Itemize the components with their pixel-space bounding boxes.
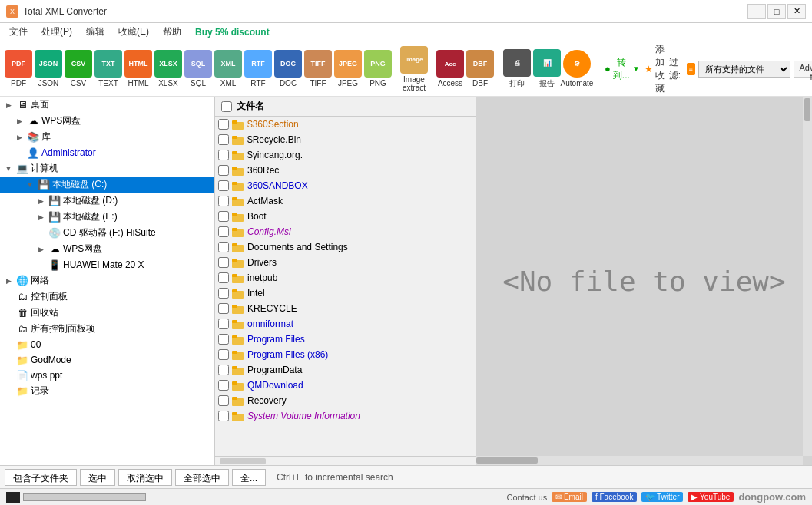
email-social-button[interactable]: ✉ Email bbox=[552, 492, 587, 502]
file-checkbox[interactable] bbox=[218, 319, 229, 329]
file-row[interactable]: $Recycle.Bin bbox=[215, 132, 476, 147]
tree-item-huawei[interactable]: 📱HUAWEI Mate 20 X bbox=[0, 257, 214, 272]
select-button[interactable]: 选中 bbox=[80, 469, 115, 486]
convert-png-button[interactable]: PNG PNG bbox=[364, 48, 392, 89]
menu-edit[interactable]: 编辑 bbox=[80, 24, 111, 40]
preview-hscroll-thumb[interactable] bbox=[476, 457, 538, 464]
tree-toggle-wpsppt[interactable] bbox=[3, 370, 14, 381]
tree-item-godmode[interactable]: 📁GodMode bbox=[0, 352, 214, 368]
file-checkbox[interactable] bbox=[218, 165, 229, 176]
file-checkbox[interactable] bbox=[218, 411, 229, 421]
convert-pdf-button[interactable]: PDF PDF bbox=[5, 48, 32, 89]
tree-toggle-local-d[interactable]: ▶ bbox=[35, 196, 46, 206]
advanced-filter-button[interactable]: Advanced filter bbox=[794, 61, 812, 78]
tree-toggle-local-e[interactable]: ▶ bbox=[35, 212, 46, 223]
report-button[interactable]: 📊 报告 bbox=[533, 48, 561, 91]
file-row[interactable]: 360Rec bbox=[215, 163, 476, 178]
tree-toggle-wps-cloud2[interactable]: ▶ bbox=[35, 244, 46, 255]
tree-item-computer[interactable]: ▼💻计算机 bbox=[0, 160, 214, 177]
convert-sql-button[interactable]: SQL SQL bbox=[184, 48, 212, 89]
close-button[interactable]: ✕ bbox=[787, 4, 806, 19]
tree-item-network[interactable]: ▶🌐网络 bbox=[0, 272, 214, 289]
file-row[interactable]: $360Section bbox=[215, 117, 476, 132]
tree-item-library[interactable]: ▶📚库 bbox=[0, 129, 214, 145]
print-button[interactable]: 🖨 打印 bbox=[503, 48, 531, 91]
youtube-social-button[interactable]: ▶ YouTube bbox=[688, 492, 734, 502]
menu-favorites[interactable]: 收藏(E) bbox=[112, 24, 155, 40]
file-checkbox[interactable] bbox=[218, 380, 229, 391]
tree-toggle-records[interactable] bbox=[3, 386, 14, 397]
file-row[interactable]: ActMask bbox=[215, 193, 476, 209]
file-row[interactable]: QMDownload bbox=[215, 378, 476, 393]
select-all-checkbox[interactable] bbox=[221, 101, 232, 112]
file-row[interactable]: Program Files (x86) bbox=[215, 347, 476, 362]
tree-item-desktop[interactable]: ▶🖥桌面 bbox=[0, 97, 214, 113]
file-checkbox[interactable] bbox=[218, 395, 229, 406]
tree-toggle-library[interactable]: ▶ bbox=[14, 132, 25, 143]
goto-button[interactable]: ● 转到... ▼ bbox=[605, 56, 640, 82]
preview-hscrollbar[interactable] bbox=[476, 456, 803, 465]
file-row[interactable]: ProgramData bbox=[215, 362, 476, 378]
file-row[interactable]: Program Files bbox=[215, 332, 476, 347]
file-row[interactable]: Recovery bbox=[215, 393, 476, 408]
tree-item-all-control[interactable]: 🗂所有控制面板项 bbox=[0, 321, 214, 337]
file-row[interactable]: 360SANDBOX bbox=[215, 178, 476, 193]
tree-toggle-desktop[interactable]: ▶ bbox=[3, 100, 14, 111]
file-checkbox[interactable] bbox=[218, 349, 229, 360]
file-checkbox[interactable] bbox=[218, 226, 229, 237]
tree-item-recycle[interactable]: 🗑回收站 bbox=[0, 305, 214, 321]
file-row[interactable]: omniformat bbox=[215, 316, 476, 332]
file-row[interactable]: Intel bbox=[215, 286, 476, 301]
convert-xml-button[interactable]: XML XML bbox=[214, 48, 242, 89]
tree-item-wpsppt[interactable]: 📄wps ppt bbox=[0, 368, 214, 383]
tree-item-local-d[interactable]: ▶💾本地磁盘 (D:) bbox=[0, 193, 214, 209]
twitter-social-button[interactable]: 🐦 Twitter bbox=[641, 492, 683, 502]
tree-toggle-huawei[interactable] bbox=[35, 259, 46, 270]
favorite-button[interactable]: ★ 添加收藏 bbox=[645, 43, 665, 95]
tree-toggle-control-panel[interactable] bbox=[3, 292, 14, 302]
tree-item-local-c[interactable]: ▼💾本地磁盘 (C:) bbox=[0, 177, 214, 193]
filter-select[interactable]: 所有支持的文件 bbox=[698, 61, 790, 78]
minimize-button[interactable]: ─ bbox=[747, 4, 766, 19]
file-row[interactable]: System Volume Information bbox=[215, 408, 476, 424]
tree-toggle-computer[interactable]: ▼ bbox=[3, 163, 14, 174]
tree-item-local-e[interactable]: ▶💾本地磁盘 (E:) bbox=[0, 209, 214, 225]
tree-item-control-panel[interactable]: 🗂控制面板 bbox=[0, 289, 214, 305]
tree-toggle-all-control[interactable] bbox=[3, 324, 14, 335]
tree-toggle-administrator[interactable] bbox=[14, 147, 25, 158]
convert-csv-button[interactable]: CSV CSV bbox=[65, 48, 92, 89]
file-row[interactable]: inetpub bbox=[215, 270, 476, 286]
file-row[interactable]: KRECYCLE bbox=[215, 301, 476, 316]
file-checkbox[interactable] bbox=[218, 196, 229, 206]
convert-dbf-button[interactable]: DBF DBF bbox=[466, 48, 494, 89]
tree-toggle-network[interactable]: ▶ bbox=[3, 276, 14, 286]
convert-text-button[interactable]: TXT TEXT bbox=[94, 48, 122, 89]
convert-html-button[interactable]: HTML HTML bbox=[124, 48, 152, 89]
convert-doc-button[interactable]: DOC DOC bbox=[274, 48, 302, 89]
preview-vscrollbar[interactable] bbox=[803, 97, 812, 456]
deselect-button[interactable]: 取消选中 bbox=[118, 469, 172, 486]
file-checkbox[interactable] bbox=[218, 119, 229, 130]
convert-jpeg-button[interactable]: JPEG JPEG bbox=[334, 48, 362, 89]
tree-item-cd-drive[interactable]: 💿CD 驱动器 (F:) HiSuite bbox=[0, 225, 214, 241]
include-subfolders-button[interactable]: 包含子文件夹 bbox=[5, 469, 77, 486]
file-row[interactable]: Drivers bbox=[215, 255, 476, 270]
file-list-hscroll-thumb[interactable] bbox=[220, 458, 266, 464]
convert-tiff-button[interactable]: TIFF TIFF bbox=[304, 48, 332, 89]
tree-toggle-wps-cloud[interactable]: ▶ bbox=[14, 116, 25, 127]
file-checkbox[interactable] bbox=[218, 365, 229, 375]
tree-item-00[interactable]: 📁00 bbox=[0, 337, 214, 352]
file-row[interactable]: Boot bbox=[215, 209, 476, 224]
file-checkbox[interactable] bbox=[218, 303, 229, 314]
file-checkbox[interactable] bbox=[218, 150, 229, 160]
file-checkbox[interactable] bbox=[218, 211, 229, 222]
convert-json-button[interactable]: JSON JSON bbox=[35, 48, 62, 89]
image-extract-button[interactable]: Image Image extract bbox=[394, 45, 434, 94]
menu-process[interactable]: 处理(P) bbox=[35, 24, 78, 40]
file-checkbox[interactable] bbox=[218, 288, 229, 299]
tree-toggle-recycle[interactable] bbox=[3, 308, 14, 319]
file-row[interactable]: Documents and Settings bbox=[215, 239, 476, 255]
tree-item-wps-cloud[interactable]: ▶☁WPS网盘 bbox=[0, 113, 214, 129]
tree-item-records[interactable]: 📁记录 bbox=[0, 383, 214, 399]
file-checkbox[interactable] bbox=[218, 134, 229, 145]
